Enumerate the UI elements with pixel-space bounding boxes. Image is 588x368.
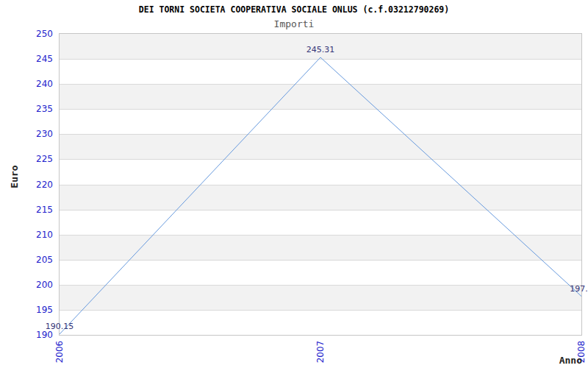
chart-title: DEI TORNI SOCIETA COOPERATIVA SOCIALE ON… bbox=[0, 4, 588, 15]
plot-area bbox=[59, 33, 582, 336]
y-tick-label: 215 bbox=[0, 205, 53, 215]
y-tick-label: 190 bbox=[0, 330, 53, 340]
y-tick-label: 245 bbox=[0, 54, 53, 64]
data-line bbox=[60, 57, 581, 334]
line-series-svg bbox=[60, 34, 581, 335]
point-value-label: 197.7 bbox=[559, 284, 588, 294]
y-tick-label: 230 bbox=[0, 129, 53, 139]
y-tick-label: 205 bbox=[0, 255, 53, 265]
y-tick-label: 200 bbox=[0, 280, 53, 290]
chart-canvas: DEI TORNI SOCIETA COOPERATIVA SOCIALE ON… bbox=[0, 0, 588, 368]
point-value-label: 190.15 bbox=[37, 322, 82, 331]
y-tick-label: 195 bbox=[0, 305, 53, 315]
y-tick-label: 240 bbox=[0, 79, 53, 89]
x-tick-label: 2007 bbox=[313, 322, 328, 368]
y-tick-label: 210 bbox=[0, 230, 53, 240]
y-axis-title: Euro bbox=[7, 155, 22, 199]
x-axis-title: Anno bbox=[559, 355, 582, 366]
point-value-label: 245.31 bbox=[298, 45, 343, 54]
y-tick-label: 250 bbox=[0, 29, 53, 39]
y-tick-label: 235 bbox=[0, 104, 53, 114]
chart-subtitle: Importi bbox=[0, 18, 588, 29]
